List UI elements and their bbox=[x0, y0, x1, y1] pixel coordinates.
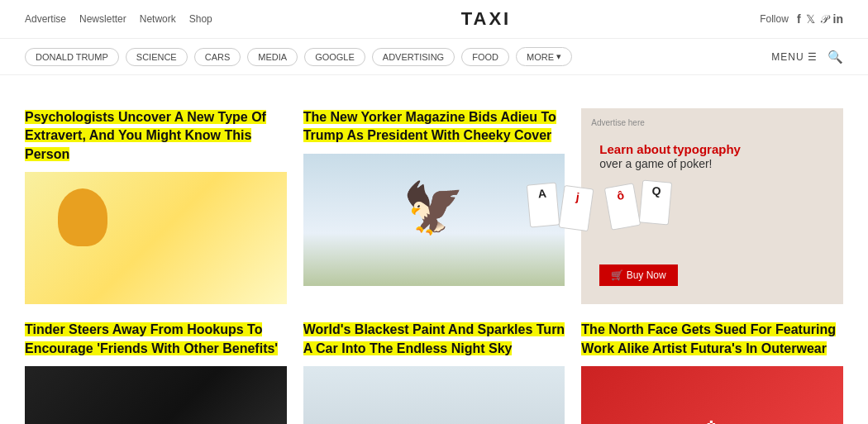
social-icons: f 𝕏 𝒫 in bbox=[797, 12, 843, 26]
nav-network[interactable]: Network bbox=[140, 13, 176, 25]
nav-links: Advertise Newsletter Network Shop bbox=[25, 13, 212, 25]
article-title: World's Blackest Paint And Sparkles Turn… bbox=[303, 321, 565, 358]
playing-card-2: Q bbox=[639, 180, 672, 226]
article-title: Tinder Steers Away From Hookups To Encou… bbox=[25, 321, 287, 358]
playing-card-4: j bbox=[559, 185, 594, 232]
article-title: The New Yorker Magazine Bids Adieu To Tr… bbox=[303, 108, 565, 145]
article-blackest-paint[interactable]: World's Blackest Paint And Sparkles Turn… bbox=[303, 321, 565, 424]
articles-row-2: Tinder Steers Away From Hookups To Encou… bbox=[25, 321, 843, 424]
playing-card-3: A bbox=[527, 183, 560, 228]
advertise-here-label: Advertise here bbox=[591, 118, 833, 127]
nav-newsletter[interactable]: Newsletter bbox=[79, 13, 126, 25]
tag-donald-trump[interactable]: DONALD TRUMP bbox=[25, 48, 119, 66]
tag-food[interactable]: FOOD bbox=[461, 48, 509, 66]
main-content: Psychologists Uncover A New Type Of Extr… bbox=[0, 75, 868, 424]
tag-google[interactable]: GOOGLE bbox=[304, 48, 365, 66]
nav-shop[interactable]: Shop bbox=[189, 13, 212, 25]
menu-button[interactable]: MENU ☰ bbox=[771, 51, 818, 63]
article-north-face[interactable]: The North Face Gets Sued For Featuring W… bbox=[581, 321, 843, 424]
follow-label: Follow bbox=[760, 13, 789, 25]
more-tags-button[interactable]: MORE ▾ bbox=[516, 47, 572, 66]
chevron-down-icon: ▾ bbox=[556, 51, 561, 62]
article-image-kill bbox=[25, 366, 287, 424]
article-image-northface bbox=[581, 366, 843, 424]
site-title[interactable]: TAXI bbox=[461, 8, 511, 30]
article-image-car bbox=[303, 366, 565, 424]
nav-advertise[interactable]: Advertise bbox=[25, 13, 66, 25]
ad-buy-button[interactable]: 🛒 Buy Now bbox=[599, 264, 677, 286]
pinterest-icon[interactable]: 𝒫 bbox=[820, 12, 828, 26]
ad-title-typography: typography bbox=[673, 142, 741, 156]
social-follow: Follow f 𝕏 𝒫 in bbox=[760, 12, 843, 26]
facebook-icon[interactable]: f bbox=[797, 12, 801, 26]
tags-bar: DONALD TRUMP SCIENCE CARS MEDIA GOOGLE A… bbox=[0, 39, 868, 75]
advertisement-block: Advertise here Learn about typography ov… bbox=[581, 108, 843, 304]
search-icon[interactable]: 🔍 bbox=[827, 50, 843, 64]
articles-row-1: Psychologists Uncover A New Type Of Extr… bbox=[25, 108, 843, 304]
ad-title-red: Learn about bbox=[599, 142, 670, 156]
linkedin-icon[interactable]: in bbox=[833, 12, 843, 26]
article-title: Psychologists Uncover A New Type Of Extr… bbox=[25, 108, 287, 164]
tag-cars[interactable]: CARS bbox=[194, 48, 241, 66]
top-nav: Advertise Newsletter Network Shop TAXI F… bbox=[0, 0, 868, 39]
playing-card-1: ô bbox=[604, 183, 641, 230]
ad-title: Learn about typography bbox=[599, 142, 741, 157]
tag-advertising[interactable]: ADVERTISING bbox=[372, 48, 455, 66]
tag-media[interactable]: MEDIA bbox=[247, 48, 298, 66]
ad-inner: Learn about typography over a game of po… bbox=[591, 134, 833, 294]
article-new-yorker[interactable]: The New Yorker Magazine Bids Adieu To Tr… bbox=[303, 108, 565, 304]
article-tinder[interactable]: Tinder Steers Away From Hookups To Encou… bbox=[25, 321, 287, 424]
article-psychologists[interactable]: Psychologists Uncover A New Type Of Extr… bbox=[25, 108, 287, 304]
tag-science[interactable]: SCIENCE bbox=[126, 48, 188, 66]
twitter-icon[interactable]: 𝕏 bbox=[806, 12, 815, 26]
article-title: The North Face Gets Sued For Featuring W… bbox=[581, 321, 843, 358]
tags-bar-right: MENU ☰ 🔍 bbox=[771, 50, 843, 64]
article-image-eagle bbox=[303, 154, 565, 286]
article-image-introvert bbox=[25, 172, 287, 304]
ad-subtitle: over a game of poker! bbox=[599, 157, 712, 170]
tag-pills-container: DONALD TRUMP SCIENCE CARS MEDIA GOOGLE A… bbox=[25, 47, 572, 66]
